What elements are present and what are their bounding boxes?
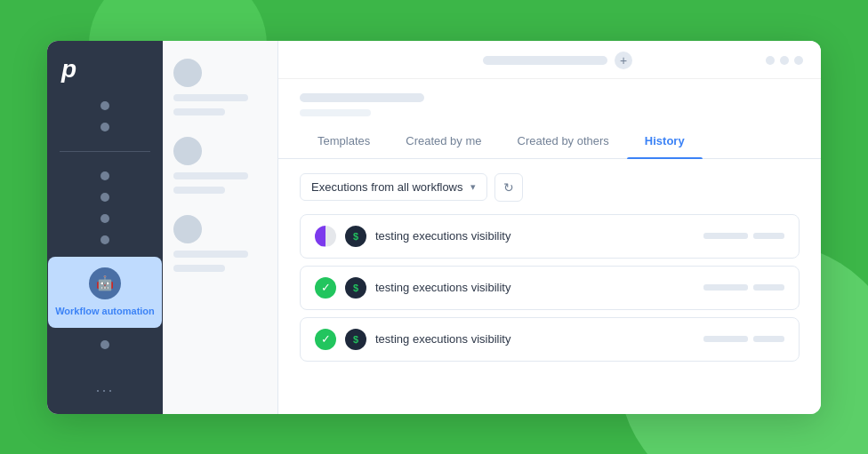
- chrome-tab-placeholder: [483, 56, 607, 65]
- workflow-automation-icon: 🤖: [89, 267, 121, 299]
- execution-meta: [703, 233, 784, 239]
- filter-row: Executions from all workflows ▾ ↻: [300, 173, 800, 202]
- left-panel: [163, 41, 278, 414]
- window-control-dot-2: [780, 56, 789, 65]
- meta-line-1: [703, 233, 748, 239]
- tab-templates[interactable]: Templates: [300, 123, 388, 158]
- window-controls: [766, 56, 803, 65]
- window-control-dot-3: [794, 56, 803, 65]
- execution-list: $ testing executions visibility ✓ $ test…: [300, 214, 800, 362]
- page-subtitle-skeleton: [300, 109, 371, 116]
- page-title-skeleton: [300, 93, 424, 102]
- panel-item-3: [173, 215, 267, 272]
- panel-item-1: [173, 59, 267, 115]
- sidebar-nav: 🤖 Workflow automation: [48, 101, 162, 374]
- panel-line-3: [173, 251, 248, 258]
- add-tab-button[interactable]: +: [615, 52, 632, 69]
- app-logo: p: [61, 55, 76, 84]
- meta-line-4: [753, 284, 784, 291]
- sidebar-item-label: Workflow automation: [55, 305, 155, 317]
- sidebar-dot-3[interactable]: [100, 171, 109, 180]
- tab-bar: Templates Created by me Created by other…: [278, 123, 821, 159]
- tab-bar-area: +: [483, 52, 632, 69]
- panel-item-2: [173, 137, 267, 194]
- panel-line-2b: [173, 187, 225, 194]
- window-control-dot-1: [766, 56, 775, 65]
- refresh-button[interactable]: ↻: [494, 173, 523, 202]
- sidebar-item-workflow-automation[interactable]: 🤖 Workflow automation: [48, 257, 162, 328]
- dropdown-chevron-icon: ▾: [470, 181, 476, 193]
- tab-history[interactable]: History: [627, 123, 703, 158]
- meta-line-2: [753, 233, 784, 239]
- panel-line-2: [173, 172, 248, 179]
- sidebar: p 🤖 Workflow automation ···: [47, 41, 163, 414]
- dropdown-value: Executions from all workflows: [311, 180, 463, 194]
- sidebar-dot-1[interactable]: [100, 101, 109, 110]
- execution-name: testing executions visibility: [375, 332, 695, 346]
- execution-name: testing executions visibility: [375, 229, 695, 243]
- sidebar-dot-7[interactable]: [100, 340, 109, 349]
- status-success-icon: ✓: [315, 277, 336, 299]
- meta-line-6: [753, 336, 784, 342]
- workflow-type-icon: $: [345, 277, 366, 299]
- page-header: [278, 79, 821, 116]
- avatar-2: [173, 137, 202, 165]
- execution-item[interactable]: ✓ $ testing executions visibility: [300, 266, 800, 310]
- execution-item[interactable]: ✓ $ testing executions visibility: [300, 317, 800, 362]
- main-content: + Templates Created by me Created by oth…: [278, 41, 821, 414]
- workflow-filter-dropdown[interactable]: Executions from all workflows ▾: [300, 173, 487, 201]
- sidebar-divider: [60, 151, 150, 152]
- tab-created-by-others[interactable]: Created by others: [500, 123, 627, 158]
- sidebar-dot-6[interactable]: [100, 235, 109, 244]
- app-window: p 🤖 Workflow automation ···: [47, 41, 821, 414]
- content-area: Executions from all workflows ▾ ↻ $ test…: [278, 159, 821, 414]
- workflow-type-icon: $: [345, 329, 366, 350]
- workflow-type-icon: $: [345, 226, 366, 247]
- avatar-3: [173, 215, 202, 243]
- panel-line-3b: [173, 265, 225, 272]
- meta-line-3: [703, 284, 748, 291]
- tab-created-by-me[interactable]: Created by me: [388, 123, 499, 158]
- panel-line-1: [173, 94, 248, 101]
- avatar-1: [173, 59, 202, 87]
- execution-name: testing executions visibility: [375, 281, 695, 294]
- execution-item[interactable]: $ testing executions visibility: [300, 214, 800, 259]
- execution-meta: [703, 284, 784, 291]
- sidebar-dot-4[interactable]: [100, 193, 109, 202]
- panel-line-1b: [173, 108, 225, 115]
- sidebar-more-button[interactable]: ···: [95, 381, 114, 400]
- window-chrome: +: [278, 41, 821, 79]
- status-pending-icon: [315, 226, 336, 247]
- sidebar-dot-2[interactable]: [100, 123, 109, 131]
- status-success-icon: ✓: [315, 329, 336, 350]
- refresh-icon: ↻: [503, 180, 514, 195]
- sidebar-dot-5[interactable]: [100, 214, 109, 223]
- meta-line-5: [703, 336, 748, 342]
- execution-meta: [703, 336, 784, 342]
